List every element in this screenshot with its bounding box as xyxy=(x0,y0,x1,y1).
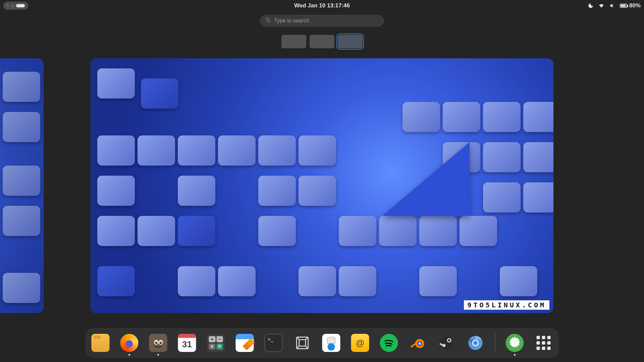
files-icon xyxy=(92,334,110,352)
show-apps-icon xyxy=(537,336,551,350)
dock-item-text-editor[interactable] xyxy=(235,334,254,352)
workspace-thumbnails xyxy=(281,35,363,48)
svg-rect-10 xyxy=(327,338,335,344)
svg-rect-11 xyxy=(329,337,333,339)
svg-point-21 xyxy=(473,341,478,345)
ws-indicator-dot xyxy=(7,5,9,7)
system-tray[interactable]: 80% xyxy=(588,2,641,9)
dock-item-terminal[interactable] xyxy=(264,334,283,352)
dock-item-chromium[interactable] xyxy=(466,334,485,352)
search-icon xyxy=(265,17,271,24)
dock-item-files[interactable] xyxy=(91,334,110,352)
text-editor-icon xyxy=(236,334,254,352)
battery-percent: 80% xyxy=(629,2,641,9)
running-indicator xyxy=(514,354,516,356)
svg-point-14 xyxy=(419,343,421,345)
night-light-icon xyxy=(588,3,594,9)
dash: 31 +−×= xyxy=(85,328,559,358)
gimp-icon xyxy=(149,334,167,352)
ws-indicator-active xyxy=(16,4,25,7)
spotify-icon xyxy=(380,334,398,352)
firefox-icon xyxy=(120,334,139,352)
workspace-current[interactable]: 9TO5LINUX.COM xyxy=(91,58,553,313)
search-input[interactable] xyxy=(274,18,379,24)
chromium-icon xyxy=(467,334,485,352)
ws-indicator-dot xyxy=(11,5,14,7)
activities-button[interactable] xyxy=(3,2,28,10)
steam-icon xyxy=(438,334,456,352)
running-indicator xyxy=(157,354,159,356)
blender-icon xyxy=(409,334,427,352)
dock-separator xyxy=(495,334,495,352)
workspace-thumb-3[interactable] xyxy=(338,35,363,48)
dock-item-settings[interactable] xyxy=(505,334,524,352)
settings-icon xyxy=(506,334,524,352)
dock-item-spotify[interactable] xyxy=(380,334,398,352)
volume-icon xyxy=(609,3,615,9)
calendar-icon: 31 xyxy=(178,334,196,352)
dock-item-firefox[interactable] xyxy=(120,334,139,352)
workspace-stage: 9TO5LINUX.COM xyxy=(0,58,644,313)
dock-item-boxes[interactable] xyxy=(293,334,312,352)
terminal-icon xyxy=(265,334,283,352)
calendar-day-label: 31 xyxy=(182,339,192,350)
mail-icon xyxy=(351,334,369,352)
dock-item-steam[interactable] xyxy=(437,334,456,352)
dock-item-calculator[interactable]: +−×= xyxy=(207,334,225,352)
battery-icon xyxy=(620,4,627,8)
workspace-thumb-2[interactable] xyxy=(310,35,334,48)
overview-search[interactable] xyxy=(260,15,384,27)
watermark-label: 9TO5LINUX.COM xyxy=(464,300,549,310)
dock-item-blender[interactable] xyxy=(409,334,427,352)
software-icon xyxy=(322,334,340,352)
calculator-icon: +−×= xyxy=(207,334,225,352)
svg-rect-5 xyxy=(299,340,306,346)
clock[interactable]: Wed Jan 10 13:17:46 xyxy=(294,0,350,11)
running-indicator xyxy=(128,354,130,356)
dock-item-calendar[interactable]: 31 xyxy=(178,334,197,352)
svg-point-2 xyxy=(155,342,157,344)
svg-point-3 xyxy=(160,342,162,344)
dock-item-geary[interactable] xyxy=(351,334,370,352)
boxes-icon xyxy=(293,334,312,352)
dock-item-gimp[interactable] xyxy=(149,334,168,352)
top-panel: Wed Jan 10 13:17:46 80% xyxy=(0,0,644,11)
svg-point-17 xyxy=(448,339,450,342)
workspace-previous[interactable] xyxy=(0,58,44,313)
battery-indicator: 80% xyxy=(620,2,641,9)
workspace-thumb-1[interactable] xyxy=(281,35,306,48)
dock-item-show-apps[interactable] xyxy=(534,334,553,352)
svg-point-15 xyxy=(439,336,453,350)
wifi-icon xyxy=(598,3,604,9)
datetime-label: Wed Jan 10 13:17:46 xyxy=(294,2,350,9)
dock-item-software[interactable] xyxy=(322,334,341,352)
